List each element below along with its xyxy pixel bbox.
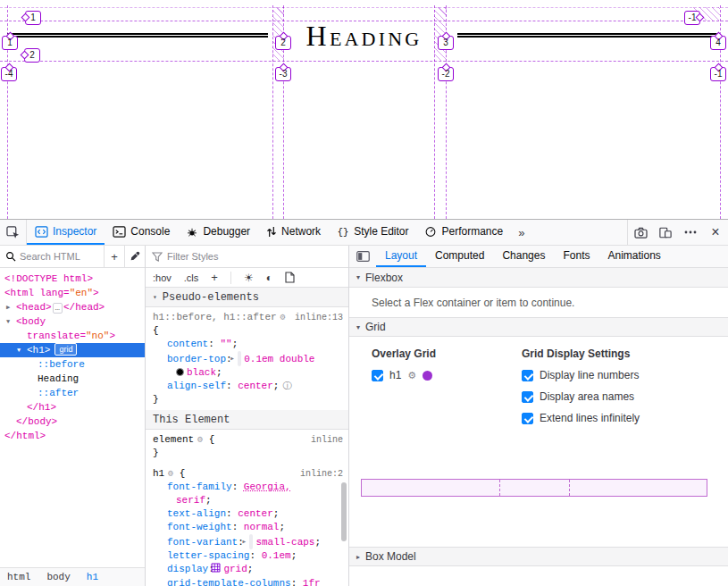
stylesheet-link[interactable]: inline:13 (295, 311, 343, 324)
filter-styles-input[interactable] (167, 251, 348, 262)
setting-checkbox[interactable] (522, 413, 533, 424)
tab-layout[interactable]: Layout (376, 246, 426, 267)
css-declaration[interactable]: font-weight: normal; (146, 521, 348, 534)
tree-node[interactable]: ▼<body (0, 314, 145, 329)
tab-computed[interactable]: Computed (426, 246, 493, 267)
expand-arrow-closed-icon[interactable]: ▶ (6, 300, 16, 314)
rules-section-header[interactable]: This Element (146, 410, 348, 430)
expand-arrow-open-icon[interactable]: ▼ (17, 343, 27, 357)
devtools-tab-performance[interactable]: Performance (416, 220, 511, 245)
pseudo-class-toggle[interactable]: :hov (153, 272, 172, 283)
tree-node[interactable]: ▼<h1>grid (0, 343, 145, 357)
css-declaration[interactable]: grid-template-columns: 1fr (146, 577, 348, 586)
tab-fonts[interactable]: Fonts (554, 246, 598, 267)
eyedropper-icon (130, 251, 140, 262)
pick-element-button[interactable] (0, 220, 27, 245)
box-model-section-header[interactable]: ▸ Box Model (349, 547, 728, 566)
grid-outline-preview[interactable] (361, 479, 707, 497)
setting-checkbox[interactable] (522, 391, 533, 403)
selector-gear-icon[interactable]: ⚙ (280, 313, 286, 322)
css-rule: inline:13h1::before, h1::after⚙ {content… (146, 307, 348, 410)
open-brace: { (153, 325, 159, 336)
devtools-tab-inspector[interactable]: Inspector (27, 220, 105, 245)
css-declaration[interactable]: font-variant: ▶small-caps; (146, 534, 348, 549)
search-html-input[interactable] (20, 251, 89, 262)
eyedropper-button[interactable] (124, 246, 145, 267)
breadcrumb-item-h1[interactable]: h1 (87, 572, 98, 582)
property-name: font-variant (167, 537, 238, 548)
rule-selector[interactable]: h1 (153, 468, 164, 479)
expander-icon[interactable]: ▶ (249, 534, 253, 549)
css-declaration[interactable]: content: ""; (146, 338, 348, 351)
property-value: small-caps (255, 537, 314, 548)
property-name: font-weight (167, 522, 232, 532)
breadcrumb-item-body[interactable]: body (46, 572, 70, 582)
print-media-icon[interactable] (285, 272, 295, 283)
css-declaration[interactable]: align-self: center;ⓘ (146, 380, 348, 393)
rule-selector[interactable]: h1::before, h1::after (153, 312, 277, 322)
tree-node[interactable]: ::before (0, 357, 145, 372)
tree-node[interactable]: </h1> (0, 400, 145, 414)
node-val: "no" (86, 331, 109, 341)
flexbox-section-header[interactable]: ▾ Flexbox (349, 268, 728, 288)
css-declaration[interactable]: text-align: center; (146, 507, 348, 521)
create-node-button[interactable]: + (104, 246, 124, 267)
pill-notch (21, 51, 29, 60)
tree-node[interactable]: <!DOCTYPE html> (0, 272, 145, 286)
pill-label: 3 (443, 38, 448, 47)
more-tabs-button[interactable]: » (511, 220, 531, 245)
tree-node[interactable]: Heading (0, 372, 145, 386)
rule-selector[interactable]: element (153, 434, 194, 445)
grid-preview-divider (499, 480, 500, 496)
devtools-tab-style-editor[interactable]: {}Style Editor (329, 220, 416, 245)
overlay-grid-checkbox[interactable] (372, 370, 383, 381)
responsive-button[interactable] (653, 220, 678, 245)
tree-node[interactable]: ▶<head>…</head> (0, 300, 145, 314)
tree-node[interactable]: </html> (0, 429, 145, 443)
breadcrumb-item-html[interactable]: html (7, 572, 30, 582)
tree-node[interactable]: </body> (0, 414, 145, 429)
setting-checkbox[interactable] (522, 370, 533, 381)
scrollbar-thumb[interactable] (341, 482, 347, 541)
devtools-tab-console[interactable]: Console (105, 220, 178, 245)
tab-label: Network (281, 225, 321, 238)
expander-icon[interactable]: ▶ (238, 351, 241, 366)
css-declaration[interactable]: letter-spacing: 0.1em; (146, 549, 348, 563)
grid-section-header[interactable]: ▾ Grid (349, 317, 728, 337)
tab-animations[interactable]: Animations (598, 246, 669, 267)
info-icon[interactable]: ⓘ (282, 381, 291, 391)
breadcrumb: htmlbodyh1 (0, 567, 145, 586)
class-toggle[interactable]: .cls (184, 272, 199, 283)
devtools-tabs: InspectorConsoleDebuggerNetwork{}Style E… (27, 220, 511, 245)
screenshot-button[interactable] (628, 220, 653, 245)
stylesheet-link[interactable]: inline:2 (300, 467, 343, 481)
grid-badge[interactable]: grid (54, 343, 77, 356)
tree-node[interactable]: translate="no"> (0, 329, 145, 343)
rules-section-header[interactable]: ▾Pseudo-elements (146, 288, 348, 307)
console-icon (113, 226, 126, 238)
css-declaration[interactable]: display: grid; (146, 563, 348, 577)
tree-node[interactable]: ::after (0, 386, 145, 400)
chevron-down-icon: ▾ (356, 273, 360, 281)
stylesheet-link[interactable]: inline (311, 433, 343, 447)
grid-highlighter-icon[interactable] (220, 563, 221, 577)
meatball-button[interactable] (678, 220, 703, 245)
color-swatch[interactable] (176, 368, 184, 376)
semicolon: ; (273, 508, 280, 519)
gear-icon[interactable]: ⚙ (407, 370, 416, 381)
devtools-tab-network[interactable]: Network (258, 220, 329, 245)
add-rule-button[interactable]: + (211, 271, 218, 284)
devtools-tab-debugger[interactable]: Debugger (178, 220, 258, 245)
css-declaration[interactable]: border-top: ▶0.1em doubleblack; (146, 351, 348, 380)
close-button[interactable]: × (703, 220, 728, 245)
expand-arrow-open-icon[interactable]: ▼ (6, 314, 16, 329)
search-box[interactable] (0, 251, 104, 262)
css-declaration[interactable]: font-family: Georgia,serif; (146, 481, 348, 507)
pill-label: -1 (715, 69, 723, 79)
network-icon (266, 226, 277, 238)
tab-changes[interactable]: Changes (493, 246, 554, 267)
tree-node[interactable]: <html lang="en"> (0, 286, 145, 300)
grid-color-swatch[interactable] (423, 371, 432, 381)
semicolon: ; (273, 381, 280, 391)
pane-toggle-button[interactable] (349, 246, 376, 267)
